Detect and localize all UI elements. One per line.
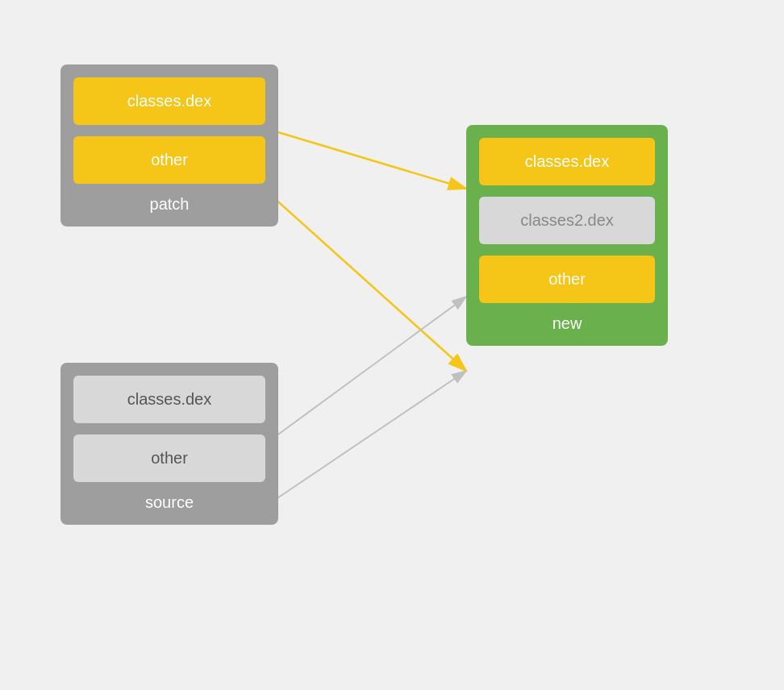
svg-line-3 [273,197,466,371]
source-classes-dex-item: classes.dex [73,376,265,423]
new-classes2-dex-label: classes2.dex [520,211,614,230]
new-classes-dex-label: classes.dex [525,152,610,171]
source-classes-dex-label: classes.dex [127,390,212,409]
patch-classes-dex-label: classes.dex [127,92,212,110]
svg-line-5 [273,371,466,501]
new-label: new [479,314,655,333]
source-other-item: other [73,434,265,482]
new-classes2-dex-item: classes2.dex [479,197,655,244]
new-other-item: other [479,256,655,303]
new-container: classes.dex classes2.dex other new [466,125,668,346]
source-other-label: other [151,449,188,468]
source-label: source [73,493,265,512]
patch-classes-dex-item: classes.dex [73,77,265,125]
new-classes-dex-item: classes.dex [479,138,655,185]
patch-other-label: other [151,151,188,169]
svg-line-2 [273,131,466,189]
source-container: classes.dex other source [60,363,278,525]
new-other-label: other [548,270,586,289]
patch-container: classes.dex other patch [60,64,278,227]
svg-line-4 [273,297,466,439]
patch-other-item: other [73,136,265,184]
patch-label: patch [73,195,265,214]
